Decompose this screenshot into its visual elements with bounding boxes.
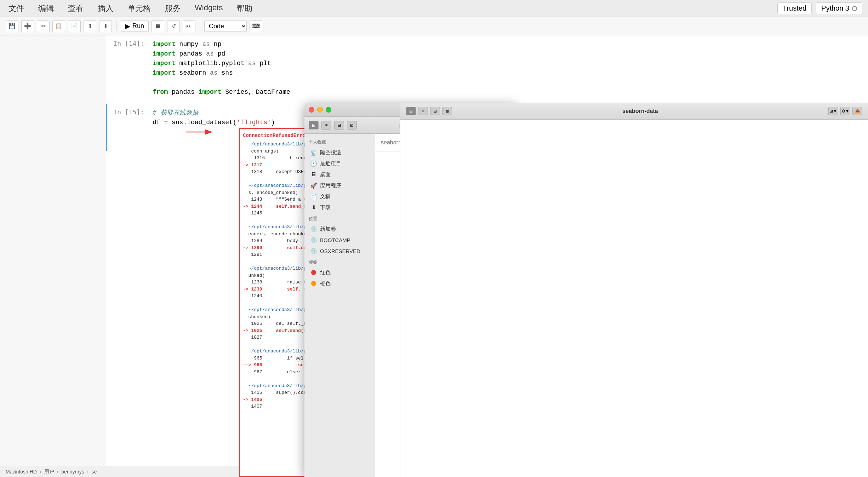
menu-file[interactable]: 文件 bbox=[6, 2, 27, 15]
desktop-icon: 🖥 bbox=[310, 171, 317, 178]
grid-view-btn[interactable]: ⊞ bbox=[406, 107, 416, 115]
finder-sidebar: 个人收藏 📡 隔空投送 🕐 最近项目 🖥 桌面 🚀 应用程序 📄 文稿 bbox=[304, 134, 375, 477]
close-button[interactable] bbox=[309, 107, 314, 113]
error-title: ConnectionRefusedError bbox=[243, 132, 308, 139]
cell-14-prompt: In [14]: bbox=[107, 38, 150, 47]
sidebar-item-tag-orange[interactable]: 橙色 bbox=[306, 278, 373, 289]
recents-icon: 🕐 bbox=[310, 160, 317, 167]
sidebar-desktop-label: 桌面 bbox=[320, 171, 331, 178]
col-view-btn[interactable]: ⊟ bbox=[430, 107, 440, 115]
menu-help[interactable]: 帮助 bbox=[234, 2, 255, 15]
breadcrumb-se: se bbox=[92, 469, 97, 475]
breadcrumb-sep: › bbox=[40, 469, 41, 475]
sidebar-item-airdrop[interactable]: 📡 隔空投送 bbox=[306, 147, 373, 158]
sidebar-item-recents[interactable]: 🕐 最近项目 bbox=[306, 158, 373, 169]
gal-view-btn[interactable]: ⊠ bbox=[442, 107, 452, 115]
sidebar-item-downloads[interactable]: ⬇ 下载 bbox=[306, 202, 373, 213]
menu-bar: 文件 编辑 查看 插入 单元格 服务 Widgets 帮助 Trusted Py… bbox=[0, 0, 868, 17]
list-view-btn[interactable]: ≡ bbox=[418, 107, 428, 115]
toolbar: 💾 ➕ ✂ 📋 📄 ⬆ ⬇ ▶ ▶ Run Run ⏹ ↺ ⏭ Code ⌨ bbox=[0, 17, 868, 35]
sidebar-item-apps[interactable]: 🚀 应用程序 bbox=[306, 180, 373, 191]
sidebar-item-bootcamp[interactable]: 💿 BOOTCAMP bbox=[306, 235, 373, 245]
sidebar-tag-orange-label: 橙色 bbox=[320, 280, 331, 287]
maximize-button[interactable] bbox=[326, 107, 331, 113]
sidebar-xinjuan-label: 新加卷 bbox=[320, 226, 336, 232]
cell-14: In [14]: import numpy as np import panda… bbox=[106, 35, 868, 101]
stop-button[interactable]: ⏹ bbox=[152, 20, 164, 32]
sidebar-item-documents[interactable]: 📄 文稿 bbox=[306, 191, 373, 202]
sidebar-documents-label: 文稿 bbox=[320, 193, 331, 200]
minimize-button[interactable] bbox=[317, 107, 323, 113]
run-icon: ▶ bbox=[125, 22, 130, 30]
upload-btn[interactable]: 📤 bbox=[852, 107, 862, 115]
code-line: import pandas as pd bbox=[153, 49, 865, 59]
personal-favorites-label: 个人收藏 bbox=[304, 137, 375, 147]
settings-btn[interactable]: ⚙▼ bbox=[840, 107, 850, 115]
right-panel-view-buttons: ⊞ ≡ ⊟ ⊠ bbox=[406, 107, 452, 115]
cell-15-prompt: In [15]: bbox=[107, 107, 150, 116]
restart-button[interactable]: ↺ bbox=[167, 20, 180, 32]
toolbar-sep-1 bbox=[116, 21, 116, 31]
copy-button[interactable]: 📋 bbox=[52, 20, 65, 32]
sidebar-item-tag-red[interactable]: 红色 bbox=[306, 267, 373, 278]
breadcrumb-user: 用户 bbox=[44, 469, 54, 475]
right-panel-action-buttons: ⊞▼ ⚙▼ 📤 bbox=[828, 107, 862, 115]
breadcrumb: Macintosh HD › 用户 › bennyrhys › se bbox=[6, 469, 97, 475]
tags-label: 标签 bbox=[304, 257, 375, 267]
right-panel-body bbox=[400, 120, 868, 131]
save-button[interactable]: 💾 bbox=[6, 20, 18, 32]
airdrop-icon: 📡 bbox=[310, 149, 317, 156]
menu-bar-left: 文件 编辑 查看 插入 单元格 服务 Widgets 帮助 bbox=[6, 2, 777, 15]
tag-red-icon bbox=[310, 269, 317, 276]
documents-icon: 📄 bbox=[310, 193, 317, 200]
menu-bar-right: Trusted Python 3 bbox=[777, 2, 862, 14]
list-view-button[interactable]: ≡ bbox=[321, 121, 331, 130]
breadcrumb-macintosh: Macintosh HD bbox=[6, 469, 37, 475]
kernel-status-circle bbox=[852, 6, 857, 11]
paste-button[interactable]: 📄 bbox=[68, 20, 81, 32]
toolbar-sep-2 bbox=[200, 21, 200, 31]
menu-view[interactable]: 查看 bbox=[65, 2, 86, 15]
breadcrumb-sep-3: › bbox=[87, 469, 89, 475]
notebook-left-sidebar bbox=[0, 35, 106, 477]
breadcrumb-bennyrhys: bennyrhys bbox=[61, 469, 84, 475]
menu-insert[interactable]: 插入 bbox=[95, 2, 116, 15]
code-line: from pandas import Series, DataFrame bbox=[153, 87, 865, 97]
code-line: import seaborn as sns bbox=[153, 68, 865, 78]
breadcrumb-sep-2: › bbox=[57, 469, 59, 475]
osxreserved-icon: 💿 bbox=[310, 247, 317, 254]
menu-widgets[interactable]: Widgets bbox=[192, 2, 225, 15]
cell-14-content[interactable]: import numpy as np import pandas as pd i… bbox=[150, 38, 868, 98]
trusted-button[interactable]: Trusted bbox=[777, 2, 812, 14]
column-view-button[interactable]: ⊟ bbox=[334, 121, 344, 130]
gallery-view-button[interactable]: ⊠ bbox=[347, 121, 357, 130]
apps-icon: 🚀 bbox=[310, 182, 317, 189]
menu-edit[interactable]: 编辑 bbox=[35, 2, 57, 15]
cut-button[interactable]: ✂ bbox=[37, 20, 50, 32]
sidebar-item-xinjuan[interactable]: 💿 新加卷 bbox=[306, 224, 373, 234]
sidebar-tag-red-label: 红色 bbox=[320, 269, 331, 276]
sidebar-airdrop-label: 隔空投送 bbox=[320, 149, 341, 156]
fast-forward-button[interactable]: ⏭ bbox=[183, 20, 195, 32]
right-panel-header: ⊞ ≡ ⊟ ⊠ seaborn-data ⊞▼ ⚙▼ 📤 bbox=[400, 103, 868, 120]
sort-dropdown-btn[interactable]: ⊞▼ bbox=[828, 107, 838, 115]
cell-type-select[interactable]: Code bbox=[204, 21, 247, 32]
code-line bbox=[153, 78, 865, 87]
finder-right-panel: ⊞ ≡ ⊟ ⊠ seaborn-data ⊞▼ ⚙▼ 📤 bbox=[400, 103, 868, 477]
code-line: import numpy as np bbox=[153, 40, 865, 49]
menu-cell[interactable]: 单元格 bbox=[125, 2, 154, 15]
run-button[interactable]: ▶ ▶ Run Run bbox=[121, 21, 149, 32]
sidebar-item-osxreserved[interactable]: 💿 OSXRESERVED bbox=[306, 246, 373, 256]
downloads-icon: ⬇ bbox=[310, 204, 317, 211]
code-line: import matplotlib.pyplot as plt bbox=[153, 59, 865, 68]
red-arrow-svg bbox=[186, 128, 218, 136]
keyboard-button[interactable]: ⌨ bbox=[250, 20, 262, 32]
volume-icon: 💿 bbox=[310, 225, 317, 232]
move-down-button[interactable]: ⬇ bbox=[99, 20, 112, 32]
menu-service[interactable]: 服务 bbox=[162, 2, 183, 15]
add-cell-button[interactable]: ➕ bbox=[21, 20, 34, 32]
icon-view-button[interactable]: ⊞ bbox=[309, 121, 319, 130]
move-up-button[interactable]: ⬆ bbox=[84, 20, 96, 32]
sidebar-item-desktop[interactable]: 🖥 桌面 bbox=[306, 169, 373, 180]
location-label: 位置 bbox=[304, 213, 375, 223]
